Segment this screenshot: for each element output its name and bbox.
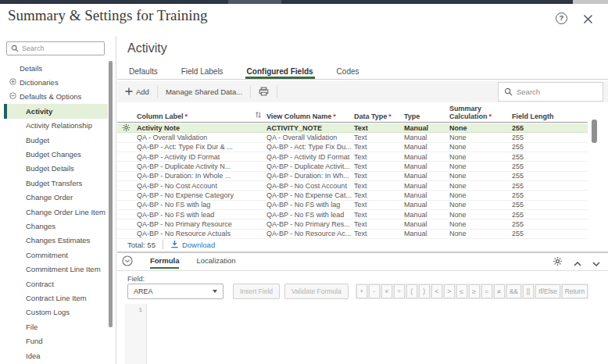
cell-summary-calculation: None <box>447 172 510 180</box>
sidebar-item-contract-line-item[interactable]: Contract Line Item <box>4 291 108 305</box>
sort-icon[interactable] <box>255 111 262 120</box>
sidebar-item-label: Dictionaries <box>20 78 59 87</box>
sidebar-item-idea[interactable]: Idea <box>4 348 108 362</box>
tab-configured-fields[interactable]: Configured Fields <box>245 67 315 79</box>
operator-plus-button[interactable]: + <box>356 284 367 298</box>
sidebar-item-file[interactable]: File <box>4 319 108 334</box>
cell-column-label: QA-BP - No Resource Actuals <box>134 230 264 237</box>
table-row[interactable]: QA - Overall ValidationQA - Overall Vali… <box>117 133 588 142</box>
operator-and-button[interactable]: && <box>506 284 521 298</box>
sidebar-item-change-order[interactable]: Change Order <box>4 191 108 205</box>
table-scrollbar[interactable] <box>592 120 597 143</box>
table-search-input[interactable] <box>498 82 603 102</box>
sidebar-item-commitment[interactable]: Commitment <box>4 248 108 262</box>
validate-formula-button[interactable]: Validate Formula <box>284 284 349 299</box>
collapse-panel-icon[interactable] <box>122 255 133 269</box>
add-button[interactable]: Add <box>117 85 158 98</box>
cell-summary-calculation: None <box>447 143 510 151</box>
print-button[interactable] <box>251 85 277 98</box>
close-icon[interactable] <box>583 13 593 23</box>
cell-view-column-name: QA-BP - No FS with lag <box>264 201 352 209</box>
sidebar-item-contract[interactable]: Contract <box>4 277 108 291</box>
minus-circle-icon[interactable] <box>9 92 16 101</box>
manage-shared-data-button[interactable]: Manage Shared Data... <box>158 85 251 98</box>
gear-icon[interactable] <box>553 255 563 269</box>
search-icon <box>11 41 19 55</box>
tab-codes[interactable]: Codes <box>335 67 361 79</box>
sidebar-item-label: Budget Transfers <box>26 179 82 187</box>
cell-view-column-name: QA-BP - No FS with lead <box>264 211 352 219</box>
tab-defaults[interactable]: Defaults <box>127 67 159 79</box>
cell-summary-calculation: None <box>447 220 510 228</box>
table-search-field[interactable] <box>517 87 595 96</box>
sidebar-item-budget-transfers[interactable]: Budget Transfers <box>4 176 108 190</box>
operator-equals-button[interactable]: = <box>481 284 492 298</box>
operator-multiply-button[interactable]: × <box>381 284 392 298</box>
cell-summary-calculation: None <box>447 162 510 170</box>
insert-field-button[interactable]: Insert Field <box>233 284 280 299</box>
sidebar-item-activity[interactable]: Activity <box>4 104 108 118</box>
sidebar-search-input[interactable] <box>6 41 105 55</box>
cell-view-column-name: QA-BP - Duplicate Activit... <box>264 162 352 170</box>
cell-type: Manual <box>402 134 447 141</box>
row-gear-icon[interactable] <box>117 123 134 132</box>
column-header-view-column-name[interactable]: View Column Name* <box>264 112 352 122</box>
operator-less-than-button[interactable]: < <box>431 284 442 298</box>
operator-not-equal-button[interactable]: ≠ <box>494 284 505 298</box>
table-row[interactable]: QA-BP - No FS with lagQA-BP - No FS with… <box>117 201 588 210</box>
column-header-column-label[interactable]: Column Label* <box>134 111 264 122</box>
field-dropdown[interactable]: AREA <box>127 284 224 299</box>
table-row[interactable]: QA-BP - Duration: In Whole ...QA-BP - Du… <box>117 172 588 181</box>
table-row[interactable]: QA-BP - Duplicate Activity N...QA-BP - D… <box>117 162 588 171</box>
table-row[interactable]: QA-BP - No Cost AccountQA-BP - No Cost A… <box>117 181 588 191</box>
operator-minus-button[interactable]: - <box>369 284 380 298</box>
table-row[interactable]: QA-BP - No Expense CategoryQA-BP - No Ex… <box>117 191 588 200</box>
download-link[interactable]: Download <box>170 240 215 250</box>
operator-or-button[interactable]: || <box>523 284 534 298</box>
sidebar-item-changes[interactable]: Changes <box>4 219 108 233</box>
sidebar-item-details[interactable]: Details <box>4 61 108 75</box>
help-icon[interactable]: ? <box>556 12 567 24</box>
formula-panel-tabs: FormulaLocalization <box>133 256 236 269</box>
plus-circle-icon[interactable] <box>9 78 16 87</box>
cell-column-label: QA-BP - No FS with lead <box>134 211 264 219</box>
operator-return-button[interactable]: Return <box>562 284 588 298</box>
operator-paren-close-button[interactable]: ) <box>419 284 430 298</box>
formula-editor-area[interactable] <box>148 304 608 364</box>
operator-greater-than-button[interactable]: > <box>444 284 455 298</box>
operator-paren-open-button[interactable]: ( <box>406 284 417 298</box>
sidebar-item-changes-estimates[interactable]: Changes Estimates <box>4 234 108 248</box>
chevron-up-icon[interactable] <box>574 255 581 269</box>
column-header-data-type[interactable]: Data Type* <box>352 112 402 122</box>
sidebar-item-custom-logs[interactable]: Custom Logs <box>4 305 108 319</box>
column-header-type[interactable]: Type <box>402 112 447 122</box>
sidebar-item-budget-details[interactable]: Budget Details <box>4 162 108 176</box>
table-row[interactable]: Activity NoteACTIVITY_NOTETextManualNone… <box>117 123 588 133</box>
operator-less-equal-button[interactable]: ≤ <box>456 284 467 298</box>
chevron-down-icon[interactable] <box>592 255 600 269</box>
sidebar-item-fund[interactable]: Fund <box>4 334 108 348</box>
sidebar-item-defaults-options[interactable]: Defaults & Options <box>4 90 108 104</box>
tab-localization[interactable]: Localization <box>196 256 235 269</box>
column-header-summary-calculation[interactable]: Summary Calculation* <box>447 105 510 122</box>
column-header-field-length[interactable]: Field Length <box>510 112 588 122</box>
table-row[interactable]: QA-BP - Act: Type Fix Dur & ...QA-BP - A… <box>117 143 588 152</box>
tab-formula[interactable]: Formula <box>150 256 179 269</box>
sidebar-item-commitment-line-item[interactable]: Commitment Line Item <box>4 262 108 276</box>
cell-column-label: QA-BP - No FS with lag <box>134 201 264 209</box>
sidebar-search-field[interactable] <box>22 45 92 52</box>
sidebar-item-dictionaries[interactable]: Dictionaries <box>4 75 108 89</box>
operator-divide-button[interactable]: ÷ <box>394 284 405 298</box>
sidebar-item-budget[interactable]: Budget <box>4 133 108 147</box>
sidebar-scrollbar[interactable] <box>109 61 113 327</box>
table-row[interactable]: QA-BP - No Primary ResourceQA-BP - No Pr… <box>117 219 588 229</box>
table-row[interactable]: QA-BP - No FS with leadQA-BP - No FS wit… <box>117 210 588 219</box>
operator-if-else-button[interactable]: If/Else <box>535 284 560 298</box>
sidebar-item-change-order-line-item[interactable]: Change Order Line Item <box>4 205 108 219</box>
sidebar-item-budget-changes[interactable]: Budget Changes <box>4 147 108 161</box>
cell-data-type: Text <box>352 143 402 151</box>
table-row[interactable]: QA-BP - Activity ID FormatQA-BP - Activi… <box>117 152 588 162</box>
sidebar-item-activity-relationship[interactable]: Activity Relationship <box>4 119 108 133</box>
operator-greater-equal-button[interactable]: ≥ <box>469 284 480 298</box>
tab-field-labels[interactable]: Field Labels <box>180 67 225 79</box>
